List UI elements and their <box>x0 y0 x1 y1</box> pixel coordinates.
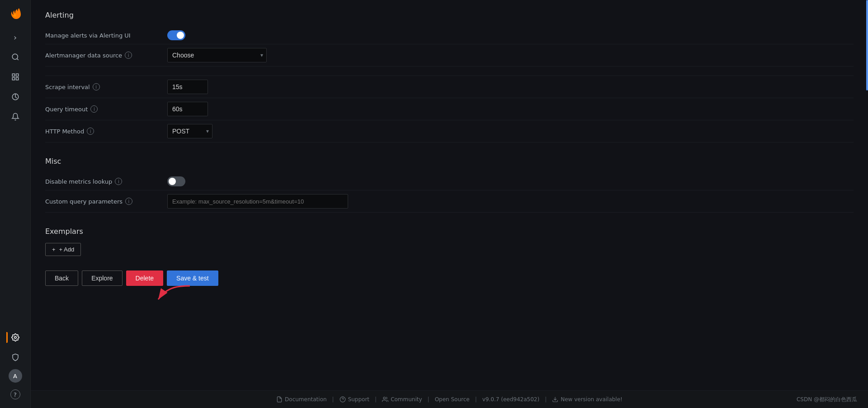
sidebar-item-settings[interactable] <box>6 328 24 346</box>
svg-point-7 <box>14 337 16 339</box>
main-content: Alerting Manage alerts via Alerting UI <box>31 0 868 408</box>
svg-rect-5 <box>16 78 18 80</box>
svg-point-1 <box>12 54 18 59</box>
gear-icon <box>11 333 19 342</box>
document-icon <box>276 396 283 403</box>
alertmanager-row: Alertmanager data source i Choose Alertm… <box>45 44 854 66</box>
community-icon <box>382 396 388 403</box>
back-button[interactable]: Back <box>45 270 78 286</box>
arrow-annotation-container <box>45 286 854 313</box>
sidebar-collapse-toggle[interactable]: › <box>6 28 24 46</box>
sidebar-item-dashboards[interactable] <box>6 68 24 86</box>
sidebar: › <box>0 0 31 408</box>
connection-settings-section: Scrape interval i Query timeout i <box>45 76 854 142</box>
toggle-thumb <box>177 32 184 39</box>
sidebar-item-explore[interactable] <box>6 88 24 106</box>
manage-alerts-toggle[interactable] <box>167 30 185 40</box>
manage-alerts-row: Manage alerts via Alerting UI <box>45 27 854 44</box>
plus-icon: + <box>52 246 56 253</box>
download-icon <box>552 396 558 403</box>
support-icon <box>340 396 346 403</box>
http-method-info-icon[interactable]: i <box>87 128 94 135</box>
footer-sep-2: | <box>375 396 377 403</box>
custom-query-label: Custom query parameters i <box>45 198 167 205</box>
exemplars-section: Exemplars + + Add <box>45 227 854 256</box>
alerting-section: Alerting Manage alerts via Alerting UI <box>45 11 854 66</box>
avatar-initial: A <box>13 373 17 380</box>
svg-point-11 <box>383 397 386 399</box>
arrow-annotation-svg <box>154 281 208 308</box>
scrape-interval-input[interactable] <box>167 80 208 94</box>
alertmanager-label: Alertmanager data source i <box>45 52 167 59</box>
misc-section: Misc Disable metrics lookup i <box>45 157 854 213</box>
dashboards-icon <box>11 73 19 81</box>
query-timeout-input[interactable] <box>167 102 208 116</box>
alertmanager-info-icon[interactable]: i <box>125 52 132 59</box>
search-icon <box>11 53 19 61</box>
custom-query-input[interactable] <box>167 194 348 209</box>
svg-point-0 <box>14 14 16 17</box>
footer-sep-5: | <box>545 396 547 403</box>
footer-sep-4: | <box>475 396 477 403</box>
grafana-logo[interactable] <box>6 4 24 22</box>
http-method-row: HTTP Method i GET POST ▾ <box>45 120 854 142</box>
svg-rect-4 <box>12 78 14 80</box>
custom-query-info-icon[interactable]: i <box>125 198 132 205</box>
alertmanager-select[interactable]: Choose Alertmanager Prometheus <box>167 48 267 62</box>
community-link[interactable]: Community <box>382 396 422 403</box>
query-timeout-info-icon[interactable]: i <box>90 105 98 113</box>
chevron-right-icon: › <box>14 33 17 42</box>
disable-metrics-row: Disable metrics lookup i <box>45 173 854 190</box>
scrape-interval-label: Scrape interval i <box>45 83 167 90</box>
footer-sep-3: | <box>428 396 429 403</box>
disable-metrics-thumb <box>169 178 176 185</box>
explore-button[interactable]: Explore <box>82 270 122 286</box>
documentation-link[interactable]: Documentation <box>276 396 327 403</box>
sidebar-item-help[interactable]: ? <box>6 385 24 403</box>
support-link[interactable]: Support <box>340 396 369 403</box>
svg-rect-2 <box>12 74 14 76</box>
new-version-link[interactable]: New version available! <box>552 396 623 403</box>
version-label: v9.0.7 (eed942a502) <box>482 396 539 403</box>
scrape-interval-info-icon[interactable]: i <box>93 83 100 90</box>
add-exemplar-button[interactable]: + + Add <box>45 243 81 256</box>
manage-alerts-label: Manage alerts via Alerting UI <box>45 32 167 39</box>
disable-metrics-toggle[interactable] <box>167 176 185 186</box>
sidebar-item-search[interactable] <box>6 48 24 66</box>
sidebar-item-shield[interactable] <box>6 348 24 366</box>
exemplars-title: Exemplars <box>45 227 854 236</box>
http-method-label: HTTP Method i <box>45 128 167 135</box>
sidebar-item-alerting[interactable] <box>6 108 24 126</box>
scrape-interval-row: Scrape interval i <box>45 76 854 98</box>
bell-icon <box>11 113 19 121</box>
content-wrapper: Alerting Manage alerts via Alerting UI <box>31 0 868 390</box>
avatar[interactable]: A <box>9 369 22 383</box>
custom-query-row: Custom query parameters i <box>45 190 854 213</box>
shield-icon <box>11 353 19 361</box>
footer: Documentation | Support | Community | Op… <box>31 390 868 408</box>
explore-icon <box>11 93 19 101</box>
alertmanager-select-wrapper: Choose Alertmanager Prometheus ▾ <box>167 48 267 62</box>
disable-metrics-label: Disable metrics lookup i <box>45 178 167 185</box>
svg-rect-3 <box>16 74 18 76</box>
disable-metrics-info-icon[interactable]: i <box>115 178 122 185</box>
alerting-title: Alerting <box>45 11 854 19</box>
query-timeout-label: Query timeout i <box>45 105 167 113</box>
query-timeout-row: Query timeout i <box>45 98 854 120</box>
watermark: CSDN @都闷的白色西瓜 <box>797 396 857 403</box>
content-area: Alerting Manage alerts via Alerting UI <box>31 0 868 324</box>
help-icon: ? <box>10 389 20 399</box>
open-source-link[interactable]: Open Source <box>435 396 470 403</box>
http-method-select-wrapper: GET POST ▾ <box>167 124 212 138</box>
misc-title: Misc <box>45 157 854 166</box>
http-method-select[interactable]: GET POST <box>167 124 212 138</box>
scrollbar[interactable] <box>866 0 868 90</box>
footer-sep-1: | <box>332 396 334 403</box>
